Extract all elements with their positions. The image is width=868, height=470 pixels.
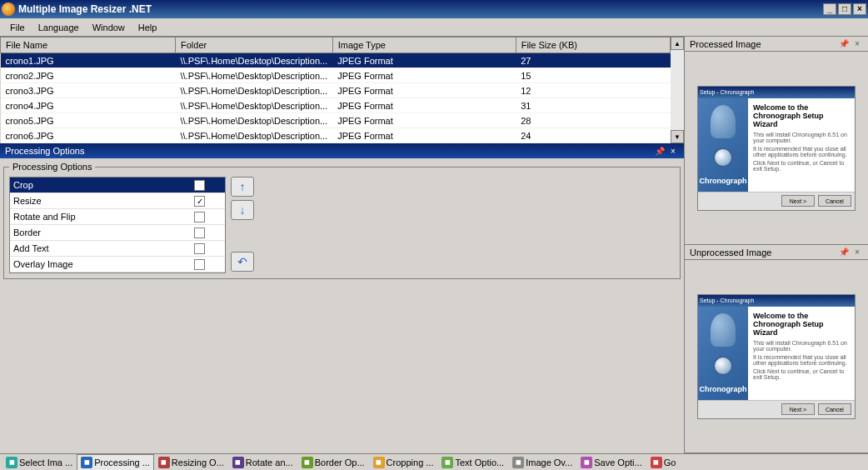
file-table: File Name Folder Image Type File Size (K…	[0, 37, 684, 143]
tab-icon: ◼	[6, 457, 17, 468]
next-button: Next >	[781, 403, 815, 415]
tab-item[interactable]: ◼Processing ...	[77, 454, 154, 471]
scroll-up-icon[interactable]: ▲	[671, 37, 684, 50]
processing-option-row[interactable]: Border	[10, 225, 225, 241]
menu-file[interactable]: File	[3, 21, 32, 34]
pin-icon[interactable]: 📌	[654, 145, 666, 157]
table-row[interactable]: crono2.JPG\\.PSF\.Home\Desktop\Descripti…	[1, 68, 671, 83]
tab-item[interactable]: ◼Select Ima ...	[2, 454, 77, 471]
checkbox[interactable]	[194, 228, 205, 238]
processed-image-panel: Processed Image 📌 × Setup - Chronograph …	[685, 37, 868, 245]
globe-icon	[713, 356, 733, 376]
minimize-button[interactable]: _	[823, 3, 836, 15]
processing-fieldset: Processing Options CropResize✓Rotate and…	[3, 162, 681, 279]
cancel-button: Cancel	[818, 403, 851, 415]
tab-item[interactable]: ◼Rotate an...	[228, 454, 297, 471]
col-filename[interactable]: File Name	[1, 38, 176, 53]
maximize-button[interactable]: □	[838, 3, 851, 15]
panel-close-icon[interactable]: ×	[667, 145, 679, 157]
app-title: Multiple Image Resizer .NET	[18, 3, 823, 15]
tab-icon: ◼	[512, 457, 524, 468]
tab-icon: ◼	[651, 457, 662, 468]
globe-icon	[713, 148, 733, 168]
processing-option-row[interactable]: Rotate and Flip	[10, 209, 225, 225]
tab-item[interactable]: ◼Text Optio...	[437, 454, 508, 471]
tab-icon: ◼	[158, 457, 170, 468]
col-imagetype[interactable]: Image Type	[332, 38, 516, 53]
tab-icon: ◼	[302, 457, 313, 468]
processing-option-row[interactable]: Crop	[10, 178, 225, 193]
pin-icon[interactable]: 📌	[838, 38, 850, 50]
checkbox[interactable]	[194, 259, 205, 270]
tab-item[interactable]: ◼Cropping ...	[369, 454, 438, 471]
checkbox[interactable]: ✓	[194, 196, 205, 207]
checkbox[interactable]	[194, 243, 205, 254]
table-row[interactable]: crono3.JPG\\.PSF\.Home\Desktop\Descripti…	[1, 83, 671, 98]
processing-panel-header: Processing Options 📌 ×	[0, 143, 684, 158]
unprocessed-preview-image: Setup - Chronograph Chronograph Welcome …	[697, 294, 856, 419]
move-down-button[interactable]: ↓	[231, 200, 254, 220]
tab-icon: ◼	[373, 457, 385, 468]
processing-option-row[interactable]: Resize✓	[10, 193, 225, 209]
panel-close-icon[interactable]: ×	[851, 38, 863, 50]
checkbox[interactable]	[194, 212, 205, 222]
tab-icon: ◼	[81, 457, 92, 468]
move-up-button[interactable]: ↑	[231, 177, 254, 197]
table-row[interactable]: crono1.JPG\\.PSF\.Home\Desktop\Descripti…	[1, 53, 671, 68]
tab-icon: ◼	[232, 457, 244, 468]
scroll-down-icon[interactable]: ▼	[671, 130, 684, 143]
tab-item[interactable]: ◼Image Ov...	[508, 454, 576, 471]
processed-preview-image: Setup - Chronograph Chronograph Welcome …	[697, 86, 856, 211]
processing-list[interactable]: CropResize✓Rotate and FlipBorderAdd Text…	[9, 177, 226, 273]
processing-option-row[interactable]: Overlay Image	[10, 257, 225, 272]
table-row[interactable]: crono4.JPG\\.PSF\.Home\Desktop\Descripti…	[1, 98, 671, 113]
title-bar: Multiple Image Resizer .NET _ □ ×	[0, 0, 868, 18]
menu-language[interactable]: Language	[32, 21, 86, 34]
checkbox[interactable]	[194, 180, 205, 191]
arrow-icon	[711, 105, 736, 138]
undo-button[interactable]: ↶	[231, 252, 254, 272]
panel-close-icon[interactable]: ×	[851, 247, 863, 258]
tab-icon: ◼	[581, 457, 592, 468]
tab-item[interactable]: ◼Go	[646, 454, 681, 471]
close-button[interactable]: ×	[853, 3, 866, 15]
table-row[interactable]: crono5.JPG\\.PSF\.Home\Desktop\Descripti…	[1, 113, 671, 128]
app-icon	[2, 2, 15, 16]
menu-window[interactable]: Window	[86, 21, 132, 34]
tab-icon: ◼	[441, 457, 453, 468]
cancel-button: Cancel	[818, 195, 851, 207]
tab-item[interactable]: ◼Resizing O...	[154, 454, 228, 471]
col-filesize[interactable]: File Size (KB)	[516, 38, 670, 53]
tab-item[interactable]: ◼Save Opti...	[576, 454, 646, 471]
file-scrollbar[interactable]: ▲ ▼	[671, 37, 684, 143]
processing-option-row[interactable]: Add Text	[10, 241, 225, 257]
menu-help[interactable]: Help	[132, 21, 164, 34]
col-folder[interactable]: Folder	[176, 38, 333, 53]
menu-bar: File Language Window Help	[0, 18, 868, 37]
pin-icon[interactable]: 📌	[838, 247, 850, 258]
bottom-tabs: ◼Select Ima ...◼Processing ...◼Resizing …	[0, 453, 868, 470]
arrow-icon	[711, 313, 736, 347]
table-row[interactable]: crono6.JPG\\.PSF\.Home\Desktop\Descripti…	[1, 128, 671, 143]
next-button: Next >	[781, 195, 815, 207]
tab-item[interactable]: ◼Border Op...	[297, 454, 369, 471]
unprocessed-image-panel: Unprocessed Image 📌 × Setup - Chronograp…	[685, 245, 868, 453]
